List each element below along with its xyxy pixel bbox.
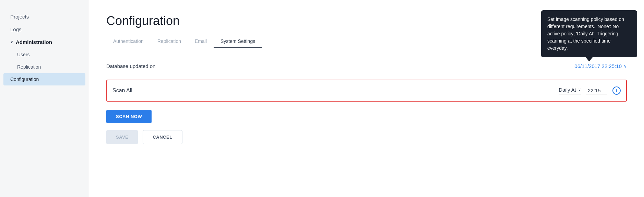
scan-time-input[interactable] (586, 87, 607, 94)
sidebar-item-label: Users (17, 52, 30, 57)
tooltip-box: Set image scanning policy based on diffe… (541, 10, 637, 57)
tab-authentication[interactable]: Authentication (106, 35, 151, 48)
chevron-down-icon: ∨ (578, 88, 581, 92)
chevron-down-icon: ∨ (624, 64, 627, 69)
scan-policy-dropdown[interactable]: Daily At ∨ (559, 87, 581, 94)
sidebar-item-label: Logs (10, 26, 22, 32)
scan-now-button[interactable]: SCAN NOW (106, 110, 152, 123)
tab-replication[interactable]: Replication (151, 35, 188, 48)
sidebar-item-replication[interactable]: Replication (0, 61, 89, 73)
db-updated-row: Database updated on 06/11/2017 22:25:10 … (106, 58, 627, 74)
sidebar-item-administration[interactable]: ∨ Administration (0, 36, 89, 48)
sidebar-item-label: Replication (17, 64, 41, 70)
tooltip-text: Set image scanning policy based on diffe… (547, 16, 624, 51)
chevron-down-icon: ∨ (10, 40, 13, 44)
info-icon[interactable]: i (612, 86, 621, 95)
sidebar-item-label: Projects (10, 14, 29, 20)
bottom-buttons: SAVE CANCEL (106, 130, 627, 144)
sidebar-item-label: Administration (16, 39, 52, 45)
sidebar-item-configuration[interactable]: Configuration (3, 73, 85, 85)
scan-controls: Daily At ∨ i (559, 86, 621, 95)
sidebar-item-projects[interactable]: Projects (0, 10, 89, 23)
db-updated-value[interactable]: 06/11/2017 22:25:10 ∨ (574, 63, 627, 69)
sidebar-item-users[interactable]: Users (0, 48, 89, 61)
tab-email[interactable]: Email (188, 35, 214, 48)
save-button[interactable]: SAVE (106, 130, 138, 144)
tab-system-settings[interactable]: System Settings (214, 35, 262, 48)
scan-all-label: Scan All (112, 88, 559, 94)
scan-policy-value: Daily At (559, 87, 576, 93)
sidebar-item-label: Configuration (10, 77, 39, 82)
scan-all-row: Scan All Daily At ∨ i (106, 80, 627, 102)
main-content: Set image scanning policy based on diffe… (89, 0, 644, 197)
db-updated-label: Database updated on (106, 63, 574, 69)
sidebar: Projects Logs ∨ Administration Users Rep… (0, 0, 89, 197)
db-updated-date: 06/11/2017 22:25:10 (574, 63, 622, 69)
cancel-button[interactable]: CANCEL (143, 130, 182, 144)
sidebar-item-logs[interactable]: Logs (0, 23, 89, 36)
